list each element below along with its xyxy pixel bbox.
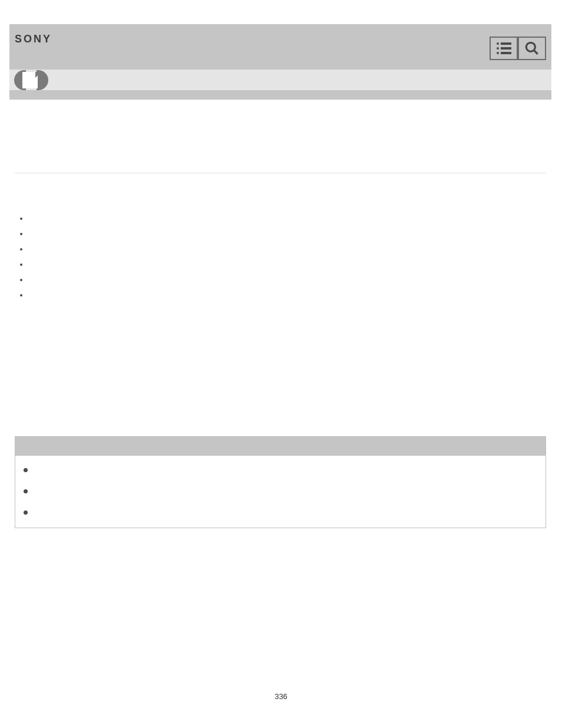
search-icon[interactable] (518, 37, 546, 60)
list-item (22, 262, 546, 266)
content-divider (15, 173, 546, 173)
list-item (22, 278, 546, 281)
bullet-list (15, 216, 546, 297)
note-item (24, 510, 537, 515)
header-bottom-bar (9, 90, 551, 100)
header-icons (490, 37, 546, 60)
list-item (22, 293, 546, 297)
list-item (22, 232, 546, 235)
list-item (22, 247, 546, 251)
main-content (9, 173, 551, 528)
list-item (22, 216, 546, 220)
book-icon[interactable] (14, 70, 48, 90)
note-header (15, 437, 546, 456)
svg-line-1 (534, 50, 538, 54)
sub-header-bar (9, 70, 551, 90)
note-item (24, 467, 537, 472)
page-number: 336 (275, 692, 287, 701)
note-body (15, 456, 546, 528)
header-bar: SONY (9, 24, 551, 70)
menu-list-icon[interactable] (490, 37, 518, 60)
svg-point-0 (526, 42, 535, 51)
brand-logo: SONY (15, 33, 52, 45)
note-box (15, 436, 546, 528)
note-item (24, 489, 537, 493)
